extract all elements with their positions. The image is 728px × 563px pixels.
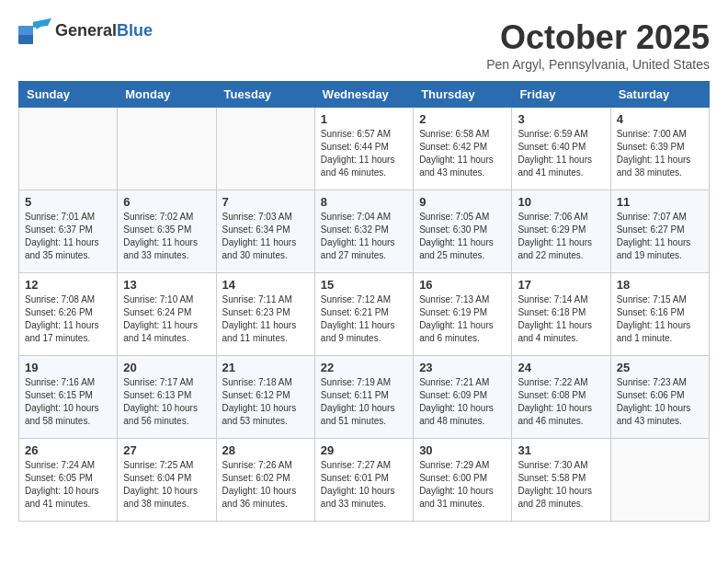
day-number: 21 (222, 361, 309, 374)
calendar-week-4: 19Sunrise: 7:16 AMSunset: 6:15 PMDayligh… (19, 356, 710, 439)
day-info: Sunrise: 7:26 AMSunset: 6:02 PMDaylight:… (222, 459, 309, 511)
calendar-cell: 8Sunrise: 7:04 AMSunset: 6:32 PMDaylight… (314, 190, 413, 273)
logo-icon (18, 18, 51, 44)
day-number: 31 (518, 443, 604, 457)
day-info: Sunrise: 7:16 AMSunset: 6:15 PMDaylight:… (25, 376, 111, 428)
day-number: 6 (123, 195, 210, 209)
calendar-cell: 6Sunrise: 7:02 AMSunset: 6:35 PMDaylight… (118, 190, 216, 273)
day-info: Sunrise: 7:25 AMSunset: 6:04 PMDaylight:… (123, 459, 210, 511)
day-info: Sunrise: 7:04 AMSunset: 6:32 PMDaylight:… (321, 211, 407, 262)
calendar-cell: 12Sunrise: 7:08 AMSunset: 6:26 PMDayligh… (19, 273, 118, 356)
calendar-week-1: 1Sunrise: 6:57 AMSunset: 6:44 PMDaylight… (19, 108, 710, 190)
day-info: Sunrise: 7:07 AMSunset: 6:27 PMDaylight:… (617, 211, 703, 262)
location: Pen Argyl, Pennsylvania, United States (486, 57, 710, 72)
day-number: 10 (518, 195, 604, 209)
day-number: 25 (617, 361, 703, 374)
day-info: Sunrise: 7:22 AMSunset: 6:08 PMDaylight:… (518, 376, 604, 428)
day-info: Sunrise: 7:05 AMSunset: 6:30 PMDaylight:… (419, 211, 506, 262)
day-info: Sunrise: 7:11 AMSunset: 6:23 PMDaylight:… (222, 293, 309, 345)
day-info: Sunrise: 7:08 AMSunset: 6:26 PMDaylight:… (25, 293, 111, 345)
svg-rect-1 (18, 26, 33, 35)
calendar-cell: 22Sunrise: 7:19 AMSunset: 6:11 PMDayligh… (314, 356, 413, 439)
day-info: Sunrise: 7:15 AMSunset: 6:16 PMDaylight:… (617, 293, 703, 345)
calendar-cell: 11Sunrise: 7:07 AMSunset: 6:27 PMDayligh… (610, 190, 709, 273)
calendar-cell: 24Sunrise: 7:22 AMSunset: 6:08 PMDayligh… (512, 356, 610, 439)
logo-blue: Blue (117, 21, 153, 40)
day-number: 20 (123, 361, 210, 374)
day-number: 23 (419, 361, 506, 374)
calendar-cell: 31Sunrise: 7:30 AMSunset: 5:58 PMDayligh… (512, 439, 610, 522)
day-number: 28 (222, 443, 309, 457)
calendar-cell: 26Sunrise: 7:24 AMSunset: 6:05 PMDayligh… (19, 439, 118, 522)
calendar-cell: 30Sunrise: 7:29 AMSunset: 6:00 PMDayligh… (414, 439, 512, 522)
calendar-cell: 21Sunrise: 7:18 AMSunset: 6:12 PMDayligh… (216, 356, 314, 439)
weekday-header-monday: Monday (118, 82, 216, 108)
day-info: Sunrise: 7:23 AMSunset: 6:06 PMDaylight:… (617, 376, 703, 428)
day-number: 30 (419, 443, 506, 457)
title-area: October 2025 Pen Argyl, Pennsylvania, Un… (486, 18, 710, 72)
day-number: 22 (321, 361, 407, 374)
day-info: Sunrise: 7:01 AMSunset: 6:37 PMDaylight:… (25, 211, 111, 262)
calendar-cell: 9Sunrise: 7:05 AMSunset: 6:30 PMDaylight… (414, 190, 512, 273)
day-number: 5 (25, 195, 111, 209)
day-info: Sunrise: 7:24 AMSunset: 6:05 PMDaylight:… (25, 459, 111, 511)
weekday-header-saturday: Saturday (610, 82, 709, 108)
day-info: Sunrise: 7:27 AMSunset: 6:01 PMDaylight:… (321, 459, 407, 511)
day-number: 24 (518, 361, 604, 374)
weekday-header-friday: Friday (512, 82, 610, 108)
weekday-header-sunday: Sunday (19, 82, 118, 108)
calendar-cell: 14Sunrise: 7:11 AMSunset: 6:23 PMDayligh… (216, 273, 314, 356)
calendar-cell (216, 108, 314, 190)
day-info: Sunrise: 7:02 AMSunset: 6:35 PMDaylight:… (123, 211, 210, 262)
day-number: 3 (518, 112, 604, 126)
day-number: 16 (419, 278, 506, 292)
day-info: Sunrise: 6:59 AMSunset: 6:40 PMDaylight:… (518, 128, 604, 179)
day-number: 11 (617, 195, 703, 209)
day-number: 14 (222, 278, 309, 292)
day-number: 12 (25, 278, 111, 292)
day-info: Sunrise: 7:19 AMSunset: 6:11 PMDaylight:… (321, 376, 407, 428)
day-info: Sunrise: 6:57 AMSunset: 6:44 PMDaylight:… (321, 128, 407, 179)
calendar-cell (610, 439, 709, 522)
day-info: Sunrise: 7:17 AMSunset: 6:13 PMDaylight:… (123, 376, 210, 428)
calendar-cell (19, 108, 118, 190)
day-number: 7 (222, 195, 309, 209)
calendar-week-2: 5Sunrise: 7:01 AMSunset: 6:37 PMDaylight… (19, 190, 710, 273)
weekday-header-wednesday: Wednesday (314, 82, 413, 108)
day-number: 9 (419, 195, 506, 209)
day-info: Sunrise: 7:10 AMSunset: 6:24 PMDaylight:… (123, 293, 210, 345)
calendar-table: SundayMondayTuesdayWednesdayThursdayFrid… (18, 81, 710, 522)
calendar-cell: 18Sunrise: 7:15 AMSunset: 6:16 PMDayligh… (610, 273, 709, 356)
calendar-cell: 29Sunrise: 7:27 AMSunset: 6:01 PMDayligh… (314, 439, 413, 522)
day-number: 1 (321, 112, 407, 126)
calendar-cell: 15Sunrise: 7:12 AMSunset: 6:21 PMDayligh… (314, 273, 413, 356)
calendar-cell: 2Sunrise: 6:58 AMSunset: 6:42 PMDaylight… (414, 108, 512, 190)
month-title: October 2025 (486, 18, 710, 57)
logo: GeneralBlue (18, 18, 153, 44)
calendar-cell: 10Sunrise: 7:06 AMSunset: 6:29 PMDayligh… (512, 190, 610, 273)
calendar-week-3: 12Sunrise: 7:08 AMSunset: 6:26 PMDayligh… (19, 273, 710, 356)
logo-general: General (55, 21, 117, 40)
calendar-cell: 16Sunrise: 7:13 AMSunset: 6:19 PMDayligh… (414, 273, 512, 356)
calendar-cell: 25Sunrise: 7:23 AMSunset: 6:06 PMDayligh… (610, 356, 709, 439)
svg-marker-3 (33, 18, 51, 28)
day-info: Sunrise: 7:06 AMSunset: 6:29 PMDaylight:… (518, 211, 604, 262)
day-number: 2 (419, 112, 506, 126)
day-info: Sunrise: 7:18 AMSunset: 6:12 PMDaylight:… (222, 376, 309, 428)
day-number: 17 (518, 278, 604, 292)
calendar-cell: 27Sunrise: 7:25 AMSunset: 6:04 PMDayligh… (118, 439, 216, 522)
day-info: Sunrise: 7:12 AMSunset: 6:21 PMDaylight:… (321, 293, 407, 345)
weekday-header-tuesday: Tuesday (216, 82, 314, 108)
day-number: 4 (617, 112, 703, 126)
day-number: 29 (321, 443, 407, 457)
day-info: Sunrise: 7:21 AMSunset: 6:09 PMDaylight:… (419, 376, 506, 428)
day-info: Sunrise: 7:30 AMSunset: 5:58 PMDaylight:… (518, 459, 604, 511)
calendar-cell: 7Sunrise: 7:03 AMSunset: 6:34 PMDaylight… (216, 190, 314, 273)
calendar-cell: 4Sunrise: 7:00 AMSunset: 6:39 PMDaylight… (610, 108, 709, 190)
calendar-cell: 5Sunrise: 7:01 AMSunset: 6:37 PMDaylight… (19, 190, 118, 273)
calendar-week-5: 26Sunrise: 7:24 AMSunset: 6:05 PMDayligh… (19, 439, 710, 522)
calendar-cell: 3Sunrise: 6:59 AMSunset: 6:40 PMDaylight… (512, 108, 610, 190)
day-number: 15 (321, 278, 407, 292)
calendar-cell: 20Sunrise: 7:17 AMSunset: 6:13 PMDayligh… (118, 356, 216, 439)
calendar-cell: 17Sunrise: 7:14 AMSunset: 6:18 PMDayligh… (512, 273, 610, 356)
